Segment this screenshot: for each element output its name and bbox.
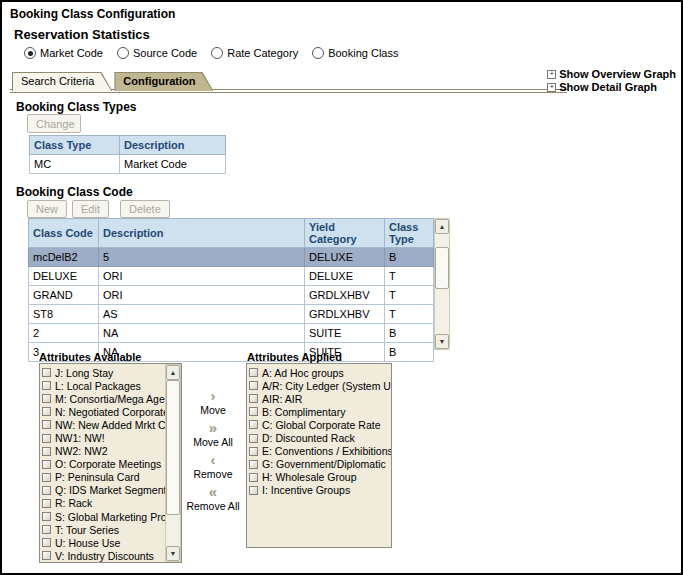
radio-rate-category[interactable]: Rate Category — [211, 47, 298, 59]
change-button[interactable]: Change — [27, 114, 81, 133]
expand-plus-icon[interactable]: + — [547, 83, 556, 92]
checkbox-icon[interactable] — [42, 420, 51, 429]
list-item[interactable]: U: House Use — [42, 536, 165, 549]
attributes-applied-list[interactable]: A: Ad Hoc groups A/R: City Ledger (Syste… — [246, 363, 392, 548]
checkbox-icon[interactable] — [249, 394, 258, 403]
list-item[interactable]: B: Complimentary — [249, 405, 391, 418]
column-header[interactable]: Class Type — [385, 219, 434, 248]
list-item[interactable]: NW: New Added Mrkt Code — [42, 418, 165, 431]
checkbox-icon[interactable] — [249, 460, 258, 469]
tab-search-criteria[interactable]: Search Criteria — [12, 72, 112, 91]
list-item[interactable]: A/R: City Ledger (System Used) — [249, 379, 391, 392]
checkbox-icon[interactable] — [249, 368, 258, 377]
remove-all-icon[interactable]: « — [209, 484, 217, 500]
scroll-up-icon[interactable]: ▲ — [166, 365, 180, 380]
checkbox-icon[interactable] — [42, 407, 51, 416]
expand-plus-icon[interactable]: + — [547, 70, 556, 79]
attributes-available-list[interactable]: J: Long Stay L: Local Packages M: Consor… — [39, 363, 182, 563]
move-button[interactable]: Move — [200, 404, 226, 416]
list-item[interactable]: Q: IDS Market Segment — [42, 484, 165, 497]
list-item[interactable]: S: Global Marketing Programme — [42, 510, 165, 523]
show-overview-graph-link[interactable]: + Show Overview Graph — [547, 68, 676, 80]
list-item[interactable]: NW2: NW2 — [42, 445, 165, 458]
column-header[interactable]: Class Code — [29, 219, 99, 248]
radio-booking-class[interactable]: Booking Class — [312, 47, 398, 59]
remove-icon[interactable]: ‹ — [211, 452, 216, 468]
scroll-down-icon[interactable]: ▼ — [435, 334, 449, 349]
radio-icon[interactable] — [211, 47, 223, 59]
list-item[interactable]: O: Corporate Meetings — [42, 458, 165, 471]
move-all-button[interactable]: Move All — [193, 436, 233, 448]
list-item[interactable]: NW1: NW! — [42, 431, 165, 444]
checkbox-icon[interactable] — [249, 420, 258, 429]
list-item[interactable]: AIR: AIR — [249, 392, 391, 405]
table-row[interactable]: GRAND ORI GRDLXHBV T — [29, 286, 434, 305]
list-item[interactable]: J: Long Stay — [42, 366, 165, 379]
list-item[interactable]: M: Consortia/Mega Agencies — [42, 392, 165, 405]
checkbox-icon[interactable] — [249, 447, 258, 456]
radio-icon[interactable] — [24, 47, 36, 59]
checkbox-icon[interactable] — [42, 447, 51, 456]
checkbox-icon[interactable] — [42, 551, 51, 560]
list-item[interactable]: L: Local Packages — [42, 379, 165, 392]
checkbox-icon[interactable] — [42, 538, 51, 547]
checkbox-icon[interactable] — [42, 460, 51, 469]
radio-market-code[interactable]: Market Code — [24, 47, 103, 59]
table-row[interactable]: MC Market Code — [30, 155, 226, 174]
checkbox-icon[interactable] — [249, 407, 258, 416]
list-item[interactable]: H: Wholesale Group — [249, 471, 391, 484]
remove-button[interactable]: Remove — [193, 468, 232, 480]
checkbox-icon[interactable] — [42, 368, 51, 377]
move-icon[interactable]: › — [211, 388, 216, 404]
list-item[interactable]: T: Tour Series — [42, 523, 165, 536]
column-header[interactable]: Description — [120, 136, 226, 155]
column-header[interactable]: Description — [99, 219, 305, 248]
list-item[interactable]: R: Rack — [42, 497, 165, 510]
edit-button[interactable]: Edit — [72, 200, 109, 218]
list-item[interactable]: D: Discounted Rack — [249, 431, 391, 444]
list-item[interactable]: E: Conventions / Exhibitions — [249, 445, 391, 458]
vertical-scrollbar[interactable]: ▲ ▼ — [434, 218, 450, 350]
scroll-up-icon[interactable]: ▲ — [435, 219, 449, 234]
checkbox-icon[interactable] — [249, 486, 258, 495]
column-header[interactable]: Class Type — [30, 136, 120, 155]
remove-all-button[interactable]: Remove All — [186, 500, 239, 512]
scroll-thumb[interactable] — [435, 247, 449, 289]
column-header[interactable]: Yield Category — [305, 219, 385, 248]
radio-source-code[interactable]: Source Code — [117, 47, 197, 59]
table-row[interactable]: DELUXE ORI DELUXE T — [29, 267, 434, 286]
radio-icon[interactable] — [312, 47, 324, 59]
show-detail-graph-link[interactable]: + Show Detail Graph — [547, 81, 676, 93]
table-row[interactable]: mcDelB2 5 DELUXE B — [29, 248, 434, 267]
list-item[interactable]: A: Ad Hoc groups — [249, 366, 391, 379]
table-row[interactable]: 2 NA SUITE B — [29, 324, 434, 343]
list-item[interactable]: N: Negotiated Corporate — [42, 405, 165, 418]
checkbox-icon[interactable] — [42, 394, 51, 403]
scroll-track[interactable] — [435, 234, 449, 334]
radio-icon[interactable] — [117, 47, 129, 59]
checkbox-icon[interactable] — [249, 434, 258, 443]
tab-configuration[interactable]: Configuration — [114, 72, 213, 91]
checkbox-icon[interactable] — [42, 525, 51, 534]
delete-button[interactable]: Delete — [120, 200, 170, 218]
scroll-thumb[interactable] — [166, 380, 180, 515]
checkbox-icon[interactable] — [42, 381, 51, 390]
checkbox-icon[interactable] — [42, 486, 51, 495]
list-item[interactable]: G: Government/Diplomatic — [249, 458, 391, 471]
checkbox-icon[interactable] — [42, 434, 51, 443]
new-button[interactable]: New — [27, 200, 67, 218]
checkbox-icon[interactable] — [249, 473, 258, 482]
list-item[interactable]: V: Industry Discounts — [42, 549, 165, 562]
list-item[interactable]: C: Global Corporate Rate — [249, 418, 391, 431]
checkbox-icon[interactable] — [42, 499, 51, 508]
checkbox-icon[interactable] — [42, 473, 51, 482]
vertical-scrollbar[interactable]: ▲ ▼ — [165, 364, 181, 562]
checkbox-icon[interactable] — [249, 381, 258, 390]
table-row[interactable]: ST8 AS GRDLXHBV T — [29, 305, 434, 324]
scroll-down-icon[interactable]: ▼ — [166, 546, 180, 561]
move-all-icon[interactable]: » — [209, 420, 217, 436]
scroll-track[interactable] — [166, 380, 180, 546]
list-item[interactable]: P: Peninsula Card — [42, 471, 165, 484]
list-item[interactable]: I: Incentive Groups — [249, 484, 391, 497]
checkbox-icon[interactable] — [42, 512, 51, 521]
